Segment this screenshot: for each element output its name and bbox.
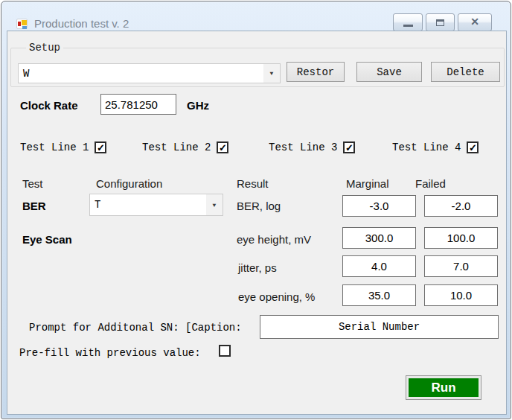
- test-line-2-label: Test Line 2: [142, 141, 211, 153]
- jitter-label: jitter, ps: [238, 261, 277, 274]
- jitter-marginal-input[interactable]: [342, 255, 416, 277]
- test-line-2: Test Line 2 ✓: [142, 141, 228, 153]
- test-line-1-label: Test Line 1: [20, 141, 89, 153]
- setup-preset-combobox[interactable]: W ▼: [18, 63, 281, 83]
- ber-config-combobox[interactable]: T ▼: [89, 194, 223, 216]
- setup-preset-value: W: [19, 68, 263, 80]
- clock-rate-unit: GHz: [187, 99, 209, 112]
- setup-group-label: Setup: [26, 42, 63, 54]
- test-line-3-label: Test Line 3: [269, 141, 337, 153]
- ber-marginal-input[interactable]: [342, 195, 416, 217]
- test-line-4: Test Line 4 ✓: [392, 141, 479, 153]
- jitter-failed-input[interactable]: [424, 255, 498, 277]
- ber-result-label: BER, log: [237, 200, 281, 212]
- test-line-1-checkbox[interactable]: ✓: [95, 141, 106, 153]
- clock-rate-label: Clock Rate: [20, 99, 78, 112]
- prompt-sn-label: Prompt for Additonal SN: [Caption:: [29, 322, 242, 334]
- chevron-down-icon: ▼: [270, 70, 274, 77]
- header-marginal: Marginal: [346, 177, 389, 190]
- sn-caption-input[interactable]: [260, 315, 499, 339]
- minimize-icon: [403, 25, 413, 27]
- restore-button[interactable]: Restor: [287, 62, 345, 82]
- app-icon: [16, 18, 28, 30]
- prefill-label: Pre-fill with previous value:: [19, 347, 201, 359]
- delete-button[interactable]: Delete: [431, 62, 500, 82]
- maximize-icon: [436, 19, 444, 26]
- eye-height-failed-input[interactable]: [424, 227, 498, 249]
- minimize-button[interactable]: [393, 13, 423, 31]
- eye-opening-marginal-input[interactable]: [342, 284, 416, 306]
- maximize-button[interactable]: [426, 13, 455, 31]
- test-line-2-checkbox[interactable]: ✓: [217, 141, 228, 153]
- close-icon: ✕: [470, 17, 479, 28]
- eye-height-marginal-input[interactable]: [342, 227, 416, 249]
- test-line-3-checkbox[interactable]: ✓: [343, 141, 355, 153]
- header-test: Test: [22, 177, 43, 190]
- test-line-1: Test Line 1 ✓: [20, 141, 106, 153]
- app-window: Production test v. 2 ✕ Setup W ▼ Restor …: [1, 1, 511, 419]
- window-title: Production test v. 2: [34, 17, 129, 30]
- header-failed: Failed: [415, 177, 446, 190]
- setup-combobox-dropdown[interactable]: ▼: [263, 64, 280, 83]
- ber-test-name: BER: [22, 200, 46, 212]
- test-line-3: Test Line 3 ✓: [269, 141, 355, 153]
- eye-scan-test-name: Eye Scan: [22, 233, 72, 246]
- run-button-label: Run: [409, 378, 479, 397]
- test-line-4-checkbox[interactable]: ✓: [467, 141, 479, 153]
- eye-opening-label: eye opening, %: [238, 290, 315, 303]
- client-area: Setup W ▼ Restor Save Delete Clock Rate …: [7, 31, 507, 415]
- eye-opening-failed-input[interactable]: [424, 284, 498, 306]
- eye-height-label: eye height, mV: [237, 233, 311, 246]
- prefill-checkbox[interactable]: [219, 345, 231, 357]
- clock-rate-input[interactable]: [100, 94, 176, 115]
- test-line-4-label: Test Line 4: [392, 141, 461, 153]
- ber-combobox-dropdown[interactable]: ▼: [206, 194, 223, 215]
- close-button[interactable]: ✕: [458, 13, 492, 31]
- ber-config-value: T: [90, 199, 206, 211]
- chevron-down-icon: ▼: [213, 202, 217, 209]
- ber-failed-input[interactable]: [424, 195, 498, 217]
- header-result: Result: [237, 177, 269, 190]
- run-button[interactable]: Run: [406, 375, 481, 400]
- title-bar[interactable]: Production test v. 2 ✕: [1, 1, 511, 31]
- save-button[interactable]: Save: [356, 62, 422, 82]
- header-configuration: Configuration: [96, 177, 162, 190]
